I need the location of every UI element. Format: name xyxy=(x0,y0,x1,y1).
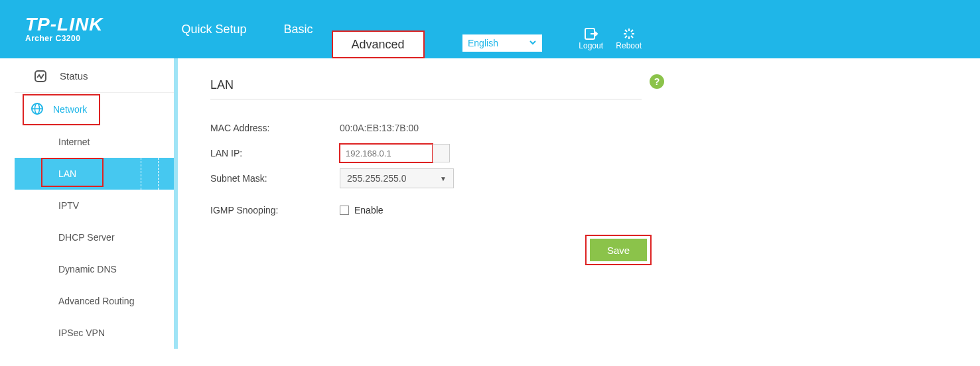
language-select[interactable]: English xyxy=(462,34,542,52)
sidebar-sub-label: IPTV xyxy=(58,200,79,211)
triangle-down-icon: ▼ xyxy=(440,175,447,182)
lan-ip-input[interactable] xyxy=(340,144,433,162)
lan-ip-label: LAN IP: xyxy=(210,148,340,158)
igmp-checkbox[interactable] xyxy=(340,206,349,215)
subnet-value: 255.255.255.0 xyxy=(347,173,407,184)
sidebar-sub-label: Dynamic DNS xyxy=(58,264,117,274)
question-icon: ? xyxy=(654,76,660,87)
sidebar-sub-label: DHCP Server xyxy=(58,232,115,243)
svg-line-5 xyxy=(625,30,627,32)
sidebar-sub-internet[interactable]: Internet xyxy=(15,126,174,158)
subnet-select[interactable]: 255.255.255.0 ▼ xyxy=(340,168,454,188)
mac-value: 00:0A:EB:13:7B:00 xyxy=(340,123,419,133)
help-button[interactable]: ? xyxy=(650,74,664,89)
status-icon xyxy=(33,69,48,84)
page-title: LAN xyxy=(210,78,234,92)
subnet-label: Subnet Mask: xyxy=(210,173,340,184)
sidebar-sub-label: LAN xyxy=(58,168,76,179)
sidebar-sub-iptv[interactable]: IPTV xyxy=(15,190,174,221)
top-tabs: Quick Setup Basic Advanced xyxy=(163,0,424,58)
sidebar-item-network[interactable]: Network xyxy=(23,94,100,125)
svg-line-7 xyxy=(625,36,627,38)
tab-quick-setup[interactable]: Quick Setup xyxy=(163,0,265,58)
logout-label: Logout xyxy=(579,41,603,50)
save-button[interactable]: Save xyxy=(590,239,647,261)
globe-icon xyxy=(31,102,44,117)
sidebar: Status Network Internet LAN IPTV DHCP Se… xyxy=(15,58,174,349)
brand: TP-LINK Archer C3200 xyxy=(25,15,103,43)
sidebar-item-status[interactable]: Status xyxy=(15,60,174,93)
sidebar-sub-label: IPSec VPN xyxy=(58,328,105,338)
sidebar-sub-label: Advanced Routing xyxy=(58,296,134,306)
save-highlight: Save xyxy=(585,235,652,265)
sidebar-sub-routing[interactable]: Advanced Routing xyxy=(15,285,174,317)
chevron-down-icon xyxy=(529,38,537,48)
brand-logo: TP-LINK xyxy=(25,15,103,34)
sidebar-sub-ipsec[interactable]: IPSec VPN xyxy=(15,317,174,349)
sidebar-item-label: Network xyxy=(53,104,87,115)
tab-basic[interactable]: Basic xyxy=(265,0,332,58)
logout-button[interactable]: Logout xyxy=(579,27,603,50)
igmp-label: IGMP Snooping: xyxy=(210,205,340,215)
sidebar-sub-label: Internet xyxy=(58,137,90,147)
reboot-icon xyxy=(622,27,636,41)
reboot-button[interactable]: Reboot xyxy=(616,27,642,50)
lan-ip-extra xyxy=(433,144,450,162)
logout-icon xyxy=(584,27,598,41)
language-value: English xyxy=(468,38,498,48)
sidebar-item-label: Status xyxy=(60,70,88,82)
reboot-label: Reboot xyxy=(616,41,642,50)
svg-line-6 xyxy=(631,36,633,38)
sidebar-sub-lan[interactable]: LAN xyxy=(15,158,174,190)
svg-line-8 xyxy=(631,30,633,32)
sidebar-sub-dhcp[interactable]: DHCP Server xyxy=(15,221,174,253)
tab-advanced[interactable]: Advanced xyxy=(332,30,425,58)
enable-label: Enable xyxy=(354,205,384,215)
header: TP-LINK Archer C3200 Quick Setup Basic A… xyxy=(0,0,980,58)
mac-label: MAC Address: xyxy=(210,123,340,133)
sidebar-sub-ddns[interactable]: Dynamic DNS xyxy=(15,253,174,285)
content: LAN ? MAC Address: 00:0A:EB:13:7B:00 LAN… xyxy=(174,58,980,349)
brand-model: Archer C3200 xyxy=(25,34,103,43)
